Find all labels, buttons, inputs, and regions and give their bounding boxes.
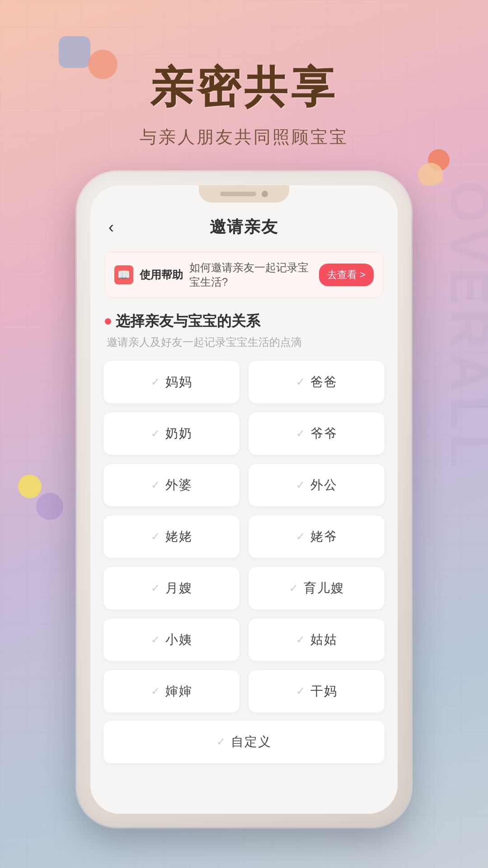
relation-item-nainai[interactable]: ✓ 奶奶 [103,412,240,455]
help-icon: 📖 [114,265,133,284]
relation-check-icon: ✓ [151,530,160,543]
relation-name: 姥姥 [165,528,192,545]
help-banner: 📖 使用帮助 如何邀请亲友一起记录宝宝生活? 去查看 > [105,252,383,298]
section-subtitle: 邀请亲人及好友一起记录宝宝生活的点滴 [105,335,383,349]
deco-peach-blob [418,163,443,185]
relation-check-icon: ✓ [151,427,160,440]
relation-name: 爸爸 [310,373,338,391]
relation-item-baba[interactable]: ✓ 爸爸 [248,360,385,404]
relation-name: 外公 [310,476,338,494]
section-header: 选择亲友与宝宝的关系 邀请亲人及好友一起记录宝宝生活的点滴 [90,307,398,353]
section-title-text: 选择亲友与宝宝的关系 [116,311,260,331]
relation-item-jiaojiao[interactable]: ✓ 姥姥 [103,515,240,558]
phone-inner: ‹ 邀请亲友 📖 使用帮助 如何邀请亲友一起记录宝宝生活? 去查看 > [90,185,398,814]
custom-check-icon: ✓ [216,736,225,748]
relation-check-icon: ✓ [296,479,305,491]
relation-name: 爷爷 [310,425,338,442]
relation-check-icon: ✓ [296,530,305,543]
relation-item-yuesao[interactable]: ✓ 月嫂 [103,566,240,610]
relation-item-yuersao[interactable]: ✓ 育儿嫂 [248,566,385,610]
phone-outer: ‹ 邀请亲友 📖 使用帮助 如何邀请亲友一起记录宝宝生活? 去查看 > [77,172,411,827]
relation-check-icon: ✓ [289,582,298,594]
relation-check-icon: ✓ [296,376,305,388]
relation-check-icon: ✓ [151,633,160,646]
relation-item-jiaoye[interactable]: ✓ 姥爷 [248,515,385,558]
relation-name: 妈妈 [165,373,192,391]
watermark: OVERALL [443,181,488,472]
screen-content: ‹ 邀请亲友 📖 使用帮助 如何邀请亲友一起记录宝宝生活? 去查看 > [90,203,398,814]
page-title: 邀请亲友 [210,216,278,238]
notch-camera [262,191,268,197]
back-button[interactable]: ‹ [108,218,114,237]
section-title: 选择亲友与宝宝的关系 [105,311,383,331]
title-dot [105,318,111,325]
help-label: 使用帮助 [140,268,183,282]
relation-item-bianbian[interactable]: ✓ 婶婶 [103,670,240,713]
relation-check-icon: ✓ [151,685,160,698]
phone-mockup: ‹ 邀请亲友 📖 使用帮助 如何邀请亲友一起记录宝宝生活? 去查看 > [77,172,411,827]
relation-name: 小姨 [165,631,192,648]
help-button[interactable]: 去查看 > [319,264,374,286]
relation-name: 婶婶 [165,683,192,700]
relation-check-icon: ✓ [151,479,160,491]
help-icon-symbol: 📖 [117,269,131,281]
relation-name: 育儿嫂 [304,580,344,597]
relation-item-yeye[interactable]: ✓ 爷爷 [248,412,385,455]
relation-item-ganma[interactable]: ✓ 干妈 [248,670,385,713]
relation-check-icon: ✓ [296,633,305,646]
relation-name: 姑姑 [310,631,338,648]
relation-item-waigong[interactable]: ✓ 外公 [248,463,385,507]
relation-item-mama[interactable]: ✓ 妈妈 [103,360,240,404]
nav-bar: ‹ 邀请亲友 [90,203,398,247]
help-text: 如何邀请亲友一起记录宝宝生活? [189,260,313,289]
relation-item-xiaoyue[interactable]: ✓ 小姨 [103,618,240,661]
relation-check-icon: ✓ [296,685,305,698]
relation-check-icon: ✓ [151,376,160,388]
relation-name: 月嫂 [165,580,192,597]
notch-speaker [220,192,256,196]
relation-name: 外婆 [165,476,192,494]
relation-name: 姥爷 [310,528,338,545]
relation-item-waipo[interactable]: ✓ 外婆 [103,463,240,507]
relation-item-gugu[interactable]: ✓ 姑姑 [248,618,385,661]
relation-name: 干妈 [310,683,338,700]
main-title: 亲密共享 [0,59,488,118]
title-area: 亲密共享 与亲人朋友共同照顾宝宝 [0,59,488,149]
phone-notch [199,185,289,203]
deco-purple-circle [36,493,63,520]
relation-check-icon: ✓ [296,427,305,440]
relation-check-icon: ✓ [151,582,160,594]
sub-title: 与亲人朋友共同照顾宝宝 [0,126,488,149]
relation-grid: ✓ 妈妈 ✓ 爸爸 ✓ 奶奶 ✓ 爷爷 ✓ 外婆 ✓ 外公 ✓ 姥姥 ✓ 姥爷 … [90,353,398,720]
relation-name: 奶奶 [165,425,192,442]
deco-yellow-circle [18,475,42,498]
custom-item[interactable]: ✓ 自定义 [103,720,385,764]
custom-name: 自定义 [231,733,272,750]
